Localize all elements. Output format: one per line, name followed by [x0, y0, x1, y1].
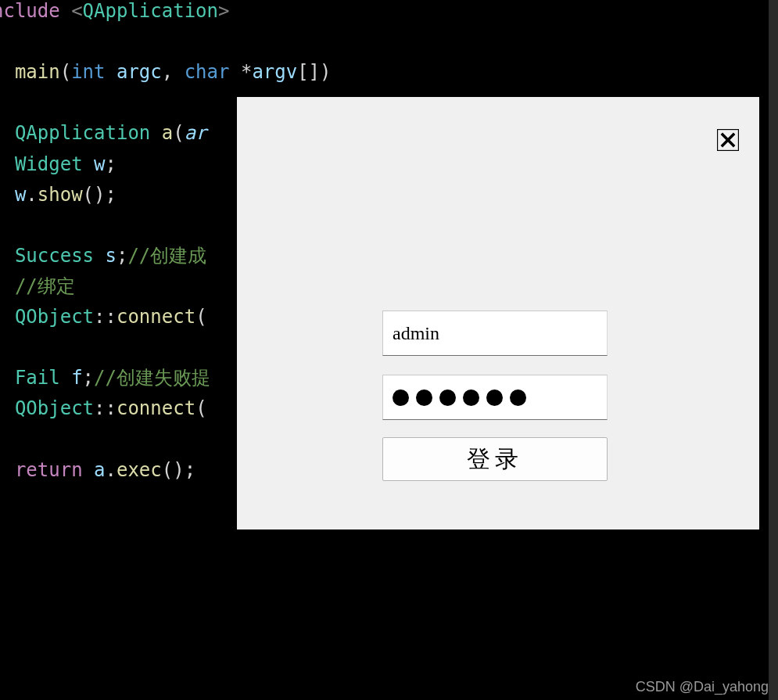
password-dot — [439, 389, 456, 406]
password-dot — [393, 389, 409, 406]
scrollbar-vertical[interactable] — [769, 0, 778, 700]
login-button[interactable]: 登录 — [382, 437, 608, 481]
password-input[interactable] — [382, 375, 608, 420]
username-input[interactable] — [382, 311, 608, 356]
login-form: 登录 — [382, 311, 609, 481]
watermark-text: CSDN @Dai_yahong — [636, 679, 769, 695]
password-dot — [510, 389, 526, 406]
password-dot — [463, 389, 479, 406]
login-dialog: 登录 — [237, 97, 759, 529]
password-dot — [486, 389, 503, 406]
code-func: main — [15, 61, 60, 83]
code-header: QApplication — [83, 0, 218, 22]
password-dot — [416, 389, 432, 406]
code-keyword: nclude — [0, 0, 60, 22]
close-icon — [717, 129, 739, 151]
close-button[interactable] — [716, 128, 740, 152]
